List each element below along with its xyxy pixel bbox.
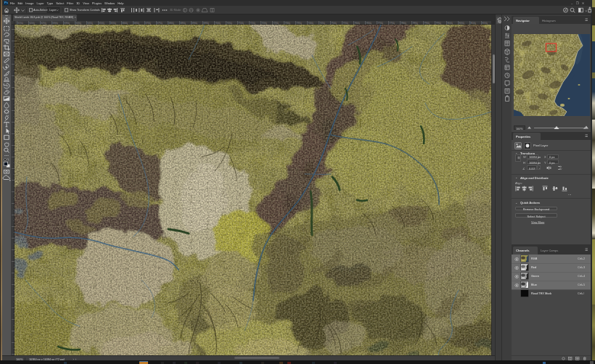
svg-text:6550: 6550 (111, 21, 116, 24)
svg-text:7450: 7450 (320, 21, 325, 24)
svg-text:8000: 8000 (448, 21, 453, 24)
svg-text:7050: 7050 (227, 21, 232, 24)
svg-text:7100: 7100 (239, 21, 244, 24)
svg-text:8050: 8050 (459, 21, 464, 24)
svg-text:7800: 7800 (401, 21, 406, 24)
svg-text:6700: 6700 (146, 21, 151, 24)
svg-text:6950: 6950 (204, 21, 209, 24)
svg-text:7900: 7900 (424, 21, 430, 24)
svg-text:6800: 6800 (169, 21, 174, 24)
svg-text:6650: 6650 (134, 21, 139, 24)
svg-text:6300: 6300 (53, 21, 58, 24)
svg-text:6750: 6750 (157, 21, 163, 24)
svg-text:7250: 7250 (274, 21, 279, 24)
svg-text:6900: 6900 (192, 21, 197, 24)
svg-text:8100: 8100 (471, 21, 476, 24)
svg-text:7500: 7500 (332, 21, 337, 24)
svg-text:7700: 7700 (378, 21, 383, 24)
svg-text:6850: 6850 (181, 21, 186, 24)
svg-text:6400: 6400 (76, 21, 81, 24)
svg-text:6200: 6200 (30, 21, 35, 24)
svg-text:7400: 7400 (308, 21, 313, 24)
svg-text:7550: 7550 (343, 21, 348, 24)
svg-text:7650: 7650 (366, 21, 372, 24)
svg-text:7000: 7000 (216, 21, 221, 24)
svg-text:7350: 7350 (297, 21, 302, 24)
svg-text:8150: 8150 (483, 21, 488, 24)
svg-text:6450: 6450 (88, 21, 93, 24)
svg-text:6500: 6500 (99, 21, 104, 24)
svg-text:7300: 7300 (285, 21, 290, 24)
svg-text:7200: 7200 (262, 21, 267, 24)
svg-text:6150: 6150 (18, 21, 23, 24)
svg-text:6350: 6350 (65, 21, 70, 24)
svg-text:7600: 7600 (355, 21, 360, 24)
svg-text:7850: 7850 (413, 21, 418, 24)
svg-text:7150: 7150 (250, 21, 255, 24)
svg-text:6250: 6250 (41, 21, 46, 24)
svg-text:6600: 6600 (123, 21, 128, 24)
svg-text:7750: 7750 (390, 21, 395, 24)
svg-text:7950: 7950 (436, 21, 441, 24)
